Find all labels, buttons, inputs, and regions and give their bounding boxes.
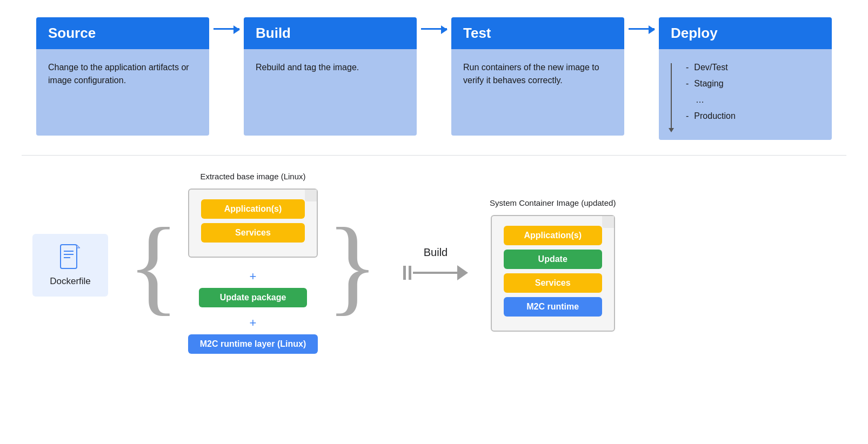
base-image-card: Application(s) Services [188,189,318,258]
arrow-right-icon [629,28,655,30]
build-block: Build Rebuild and tag the image. [244,17,417,136]
source-header: Source [36,17,209,49]
build-body: Rebuild and tag the image. [244,49,417,136]
deploy-item-devtest: -Dev/Test [686,61,736,74]
plus-sign-1: + [250,270,257,284]
build-arrow [403,262,468,284]
source-body: Change to the application artifacts or i… [36,49,209,136]
rc-m2c-pill: M2C runtime [504,297,602,317]
dockerfile-box: Dockerfile [32,234,108,297]
deploy-block: Deploy -Dev/Test -Staging … -Production [659,17,832,140]
deploy-list: -Dev/Test -Staging … -Production [686,61,736,128]
deploy-item-production: -Production [686,110,736,123]
brace-right-icon: } [326,217,378,314]
build-label: Build [424,246,448,259]
svg-marker-1 [77,245,80,248]
arrow-2 [417,28,451,30]
services-pill: Services [201,223,305,243]
system-image-card: Application(s) Update Services M2C runti… [491,215,615,332]
rc-update-pill: Update [504,250,602,269]
svg-rect-0 [61,245,77,268]
m2c-layer-pill: M2C runtime layer (Linux) [188,334,318,354]
rc-services-pill: Services [504,273,602,293]
update-package-pill: Update package [199,288,307,307]
deploy-vert-arrow [671,61,672,128]
system-title: System Container Image (updated) [490,198,616,207]
bottom-section: Dockerfile { Extracted base image (Linux… [0,156,868,369]
test-body: Run containers of the new image to verif… [451,49,624,136]
test-block: Test Run containers of the new image to … [451,17,624,136]
build-arrow-container: Build [403,246,468,284]
source-block: Source Change to the application artifac… [36,17,209,136]
right-block: System Container Image (updated) Applica… [490,198,616,332]
center-block: Extracted base image (Linux) Application… [188,172,318,358]
applications-pill: Application(s) [201,199,305,219]
brace-left-icon: { [128,217,179,314]
rc-applications-pill: Application(s) [504,226,602,245]
plus-sign-2: + [250,316,257,330]
deploy-item-ellipsis: … [686,93,736,106]
test-header: Test [451,17,624,49]
dockerfile-label: Dockerfile [50,276,91,287]
deploy-header: Deploy [659,17,832,49]
pipeline-section: Source Change to the application artifac… [0,0,868,155]
arrow-1 [209,28,244,30]
dockerfile-icon [59,244,81,272]
build-header: Build [244,17,417,49]
arrow-right-icon [421,28,447,30]
arrow-right-icon [213,28,239,30]
deploy-item-staging: -Staging [686,77,736,90]
arrow-3 [624,28,659,30]
extracted-title: Extracted base image (Linux) [200,172,305,181]
deploy-body: -Dev/Test -Staging … -Production [659,49,832,140]
